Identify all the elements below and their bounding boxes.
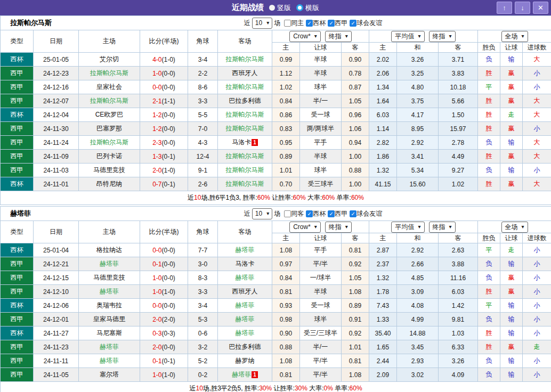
home-team-name: 拉斯帕尔马斯 bbox=[90, 97, 128, 104]
avg-draw-odds-cell: 4.85 bbox=[397, 271, 439, 285]
crow-away-odds-cell: 1.05 bbox=[342, 94, 369, 108]
away-team-name: 巴拉多利德 bbox=[229, 343, 261, 350]
score-cell: 1-0(1-0) bbox=[140, 368, 188, 382]
odds-time-select-value: 终指 bbox=[433, 223, 445, 232]
summary-text: 60% bbox=[351, 194, 364, 201]
league-type-cell: 西杯 bbox=[1, 177, 34, 191]
crow-away-odds-cell: 0.81 bbox=[342, 354, 369, 368]
checkbox-checked-icon[interactable]: ✓ bbox=[306, 210, 313, 217]
filter-checkbox-item: 同主 bbox=[284, 19, 304, 28]
date-cell: 24-11-05 bbox=[34, 368, 79, 382]
fulltime-score: 2-0 bbox=[152, 344, 161, 351]
match-row: 西甲24-12-01皇家马德里2-0(2-0)5-3赫塔菲0.98球半0.911… bbox=[1, 313, 551, 326]
average-select-value: 平均值 bbox=[395, 223, 414, 232]
bookmaker-header-group: Crow*▾ 终指▾ bbox=[272, 30, 369, 43]
result-cell: 胜 bbox=[478, 150, 500, 164]
home-team-cell: 拉斯帕尔马斯 bbox=[79, 136, 140, 150]
match-row: 西甲24-12-07拉斯帕尔马斯2-1(1-1)3-3巴拉多利德0.84半/一1… bbox=[1, 94, 551, 108]
avg-draw-odds-cell: 3.41 bbox=[397, 150, 439, 164]
avg-draw-odds-cell: 4.80 bbox=[397, 80, 439, 94]
match-row: 西甲24-11-05塞尔塔1-0(1-0)0-2赫塔菲10.81平/半1.082… bbox=[1, 368, 551, 382]
average-select[interactable]: 平均值▾ bbox=[391, 31, 424, 42]
match-row: 西杯24-12-06奥瑞韦拉0-0(0-0)3-4赫塔菲0.93受一球0.897… bbox=[1, 299, 551, 313]
filter-checkbox-item: ✓西杯 bbox=[306, 209, 326, 218]
summary-text: 场,胜3平2负5, 胜率: bbox=[203, 385, 259, 392]
score-cell: 1-0(0-0) bbox=[140, 271, 188, 285]
average-select[interactable]: 平均值▾ bbox=[391, 222, 424, 233]
date-cell: 24-11-01 bbox=[34, 177, 79, 191]
sub-header-goals: 进球数 bbox=[523, 233, 551, 243]
checkbox-checked-icon[interactable]: ✓ bbox=[350, 210, 356, 217]
home-team-cell: 赫塔菲 bbox=[79, 285, 140, 299]
avg-away-odds-cell: 5.66 bbox=[439, 94, 478, 108]
corner-cell: 7-7 bbox=[188, 243, 218, 257]
checkbox-checked-icon[interactable]: ✓ bbox=[328, 210, 335, 217]
checkbox-checked-icon[interactable]: ✓ bbox=[350, 20, 356, 27]
crow-away-odds-cell: 0.78 bbox=[342, 67, 369, 80]
crow-away-odds-cell: 0.87 bbox=[342, 80, 369, 94]
radio-icon[interactable] bbox=[269, 5, 275, 11]
avg-draw-odds-cell: 3.02 bbox=[397, 368, 439, 382]
scope-select[interactable]: 全场▾ bbox=[501, 31, 528, 42]
handicap-cell: 一/球半 bbox=[300, 271, 342, 285]
result-cell: 平 bbox=[478, 80, 500, 94]
col-header-type: 类型 bbox=[1, 221, 34, 243]
avg-away-odds-cell: 1.03 bbox=[439, 326, 478, 340]
avg-home-odds-cell: 7.43 bbox=[369, 299, 397, 313]
sub-header-avg-home: 主 bbox=[369, 43, 397, 53]
fulltime-score: 0-1 bbox=[152, 260, 161, 268]
handicap-result-cell: 赢 bbox=[500, 340, 523, 354]
away-team-cell: 拉斯帕尔马斯 bbox=[218, 53, 272, 67]
odds-time-select[interactable]: 终指▾ bbox=[325, 222, 352, 233]
odds-time-select[interactable]: 终指▾ bbox=[325, 31, 352, 42]
odds-time-select[interactable]: 终指▾ bbox=[429, 31, 456, 42]
checkbox-label: 西杯 bbox=[313, 19, 326, 28]
summary-text: 单率: bbox=[335, 194, 351, 201]
avg-draw-odds-cell: 8.95 bbox=[397, 122, 439, 136]
move-up-button[interactable]: ↑ bbox=[497, 2, 512, 14]
handicap-result-cell: 输 bbox=[500, 257, 523, 271]
checkbox-checked-icon[interactable]: ✓ bbox=[306, 20, 313, 27]
odds-time-select[interactable]: 终指▾ bbox=[429, 222, 456, 233]
corner-cell: 8-6 bbox=[188, 80, 218, 94]
down-arrow-icon: ↓ bbox=[521, 4, 524, 12]
crow-away-odds-cell: 0.92 bbox=[342, 257, 369, 271]
match-count-select[interactable]: 10 ▾ bbox=[252, 208, 272, 219]
checkbox-unchecked-icon[interactable] bbox=[284, 20, 291, 27]
chevron-down-icon: ▾ bbox=[314, 224, 317, 230]
away-team-name: 拉斯帕尔马斯 bbox=[226, 111, 264, 118]
scope-select[interactable]: 全场▾ bbox=[501, 222, 528, 233]
away-team-name: 拉斯帕尔马斯 bbox=[226, 180, 264, 187]
match-row: 西甲24-12-15马德里竞技1-0(0-0)8-3赫塔菲0.84一/球半1.0… bbox=[1, 271, 551, 285]
corner-cell: 3-4 bbox=[188, 53, 218, 67]
date-cell: 25-01-04 bbox=[34, 243, 79, 257]
league-type-cell: 西甲 bbox=[1, 313, 34, 326]
radio-horizontal-layout[interactable]: 横版 bbox=[296, 3, 319, 13]
checkbox-unchecked-icon[interactable] bbox=[284, 210, 291, 217]
sub-header-away-odds: 客 bbox=[342, 43, 369, 53]
handicap-cell: 平/半 bbox=[300, 368, 342, 382]
bookmaker-select[interactable]: Crow*▾ bbox=[289, 31, 321, 42]
handicap-result-cell: 赢 bbox=[500, 80, 523, 94]
move-down-button[interactable]: ↓ bbox=[515, 2, 530, 14]
crow-away-odds-cell: 0.90 bbox=[342, 53, 369, 67]
checkbox-checked-icon[interactable]: ✓ bbox=[328, 20, 335, 27]
avg-away-odds-cell: 3.71 bbox=[439, 53, 478, 67]
halftime-score: (1-0) bbox=[162, 56, 175, 63]
crow-home-odds-cell: 0.84 bbox=[272, 271, 300, 285]
filter-checkbox-item: ✓西杯 bbox=[306, 19, 326, 28]
result-cell: 负 bbox=[478, 271, 500, 285]
handicap-result-cell: 赢 bbox=[500, 271, 523, 285]
away-team-name: 赫塔菲 bbox=[236, 274, 255, 281]
away-team-cell: 拉斯帕尔马斯 bbox=[218, 108, 272, 122]
match-count-select[interactable]: 10 ▾ bbox=[252, 18, 272, 29]
home-team-name: CE欧罗巴 bbox=[95, 111, 124, 118]
bookmaker-select[interactable]: Crow*▾ bbox=[289, 222, 321, 233]
radio-vertical-layout[interactable]: 竖版 bbox=[269, 3, 291, 13]
radio-icon[interactable] bbox=[296, 4, 303, 11]
result-cell: 负 bbox=[478, 136, 500, 150]
handicap-result-cell: 赢 bbox=[500, 150, 523, 164]
goals-result-cell: 小 bbox=[523, 368, 551, 382]
away-team-cell: 拉斯帕尔马斯 bbox=[218, 80, 272, 94]
close-button[interactable]: ✕ bbox=[533, 2, 548, 14]
